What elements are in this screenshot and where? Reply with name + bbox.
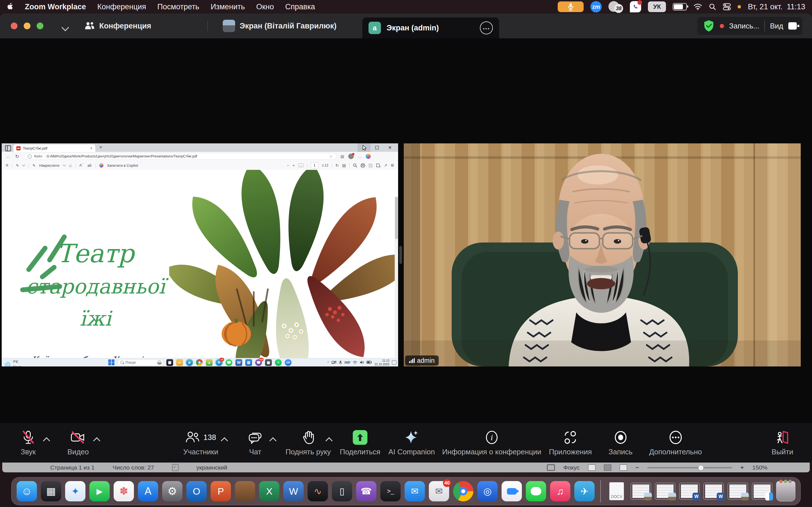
- taskbar-zoom-icon[interactable]: zm: [285, 359, 292, 366]
- word-web-layout-icon[interactable]: [620, 464, 627, 471]
- audio-button[interactable]: Звук: [20, 424, 36, 462]
- menubar-menu-item[interactable]: Окно: [256, 3, 274, 11]
- tray-camera-off-icon[interactable]: [332, 360, 336, 364]
- taskbar-whatsapp-icon[interactable]: ☎: [225, 359, 232, 366]
- dock-terminal[interactable]: >_: [380, 481, 401, 501]
- audio-options-chevron[interactable]: [43, 437, 50, 444]
- taskbar-taskbar-search[interactable]: Пошук: [117, 359, 163, 365]
- dock-window-thumb[interactable]: W: [679, 483, 700, 500]
- taskbar-file-explorer-icon[interactable]: ▭: [176, 359, 183, 366]
- fullscreen-window-button[interactable]: [37, 22, 43, 29]
- dock-brown-app[interactable]: [235, 481, 255, 501]
- dock-window-thumb[interactable]: [655, 483, 675, 500]
- menubar-menu-item[interactable]: Конференция: [97, 3, 146, 11]
- browser-restore-button[interactable]: [370, 144, 384, 152]
- copilot-icon[interactable]: [366, 154, 371, 159]
- dock-zoom[interactable]: [502, 481, 522, 501]
- menubar-menu-item[interactable]: Справка: [285, 3, 315, 11]
- tray-speaker-icon[interactable]: [360, 360, 364, 364]
- word-zoom-out[interactable]: −: [636, 464, 639, 471]
- taskbar-google-drive-icon[interactable]: ▲: [206, 359, 213, 366]
- dock-window-thumb[interactable]: W: [703, 483, 724, 500]
- browser-tab[interactable]: ТеатрСтЇжі.pdf ×: [13, 145, 95, 152]
- tray-clock[interactable]: 11:1321.10.2025: [374, 359, 389, 366]
- favorites-star-icon[interactable]: ☆: [329, 154, 333, 159]
- ask-copilot-label[interactable]: Запитати в Copilot: [107, 163, 138, 168]
- ai-companion-button[interactable]: AI Companion: [389, 424, 435, 462]
- dock-messages[interactable]: [526, 481, 546, 501]
- tray-notifications-icon[interactable]: [392, 360, 396, 365]
- dock-outlook[interactable]: O: [186, 481, 207, 501]
- dock-music[interactable]: ♫: [550, 481, 570, 501]
- word-page-info[interactable]: Страница 1 из 1: [50, 464, 94, 471]
- dock-window-thumb[interactable]: [631, 483, 651, 500]
- pdf-toc-icon[interactable]: ≡: [6, 163, 8, 168]
- highlight-icon[interactable]: ✎: [16, 163, 19, 168]
- dock-finder[interactable]: ☺: [17, 481, 37, 501]
- dock-system-settings[interactable]: ⚙: [162, 481, 183, 501]
- view-button-label[interactable]: Вид: [770, 22, 783, 31]
- taskbar-telegram-icon[interactable]: ✈14: [216, 359, 222, 366]
- menubar-menu-item[interactable]: Изменить: [211, 3, 245, 11]
- word-read-mode-icon[interactable]: [588, 464, 596, 471]
- word-language[interactable]: украинский: [197, 464, 227, 471]
- record-button[interactable]: Запись: [608, 424, 632, 462]
- dock-window-thumb[interactable]: [728, 483, 748, 500]
- raise-hand-button[interactable]: Поднять руку: [286, 424, 331, 462]
- draw-label[interactable]: Накреслити: [39, 163, 59, 168]
- dock-safari[interactable]: ✦: [65, 481, 86, 501]
- pdf-search-icon[interactable]: [353, 163, 357, 168]
- word-zoom-level[interactable]: 150%: [752, 464, 767, 471]
- browser-back-icon[interactable]: ←: [6, 154, 11, 159]
- taskbar-word-icon[interactable]: W: [236, 359, 242, 366]
- taskbar-viber-icon[interactable]: ☎133: [255, 359, 262, 366]
- browser-profile-avatar[interactable]: [348, 154, 354, 159]
- dock-blue-app[interactable]: ◎: [477, 481, 498, 501]
- shared-screen[interactable]: ТеатрСтЇжі.pdf × + — ✕ ← ↻ i Файл: [2, 144, 398, 367]
- dock-app-store[interactable]: A: [138, 481, 158, 501]
- fit-width-icon[interactable]: ↔: [298, 163, 304, 167]
- mic-in-use-indicator[interactable]: [558, 1, 583, 12]
- draw-pen-icon[interactable]: ✎: [33, 163, 36, 168]
- dock-facetime[interactable]: ▶: [89, 481, 110, 501]
- page-number-field[interactable]: 1: [311, 162, 319, 168]
- recording-label[interactable]: Запись...: [729, 22, 759, 31]
- video-options-chevron[interactable]: [93, 437, 100, 444]
- menubar-app-name[interactable]: Zoom Workplace: [25, 3, 86, 11]
- taskbar-trello-icon[interactable]: ▥: [245, 359, 252, 366]
- panel-resize-handle[interactable]: [399, 246, 402, 264]
- control-center-icon[interactable]: [723, 3, 731, 10]
- close-window-button[interactable]: [11, 22, 17, 29]
- minimize-window-button[interactable]: [24, 22, 31, 29]
- dock-photos[interactable]: ✽: [114, 481, 134, 501]
- dock-docx-stack[interactable]: DOCX: [606, 481, 627, 501]
- dock-trash[interactable]: [776, 481, 795, 501]
- menubar-menu-item[interactable]: Посмотреть: [157, 3, 199, 11]
- taskbar-spotify-icon[interactable]: ≡: [275, 359, 282, 366]
- highlight-chevron-icon[interactable]: [22, 163, 26, 166]
- taskbar-chrome-icon[interactable]: [196, 359, 203, 366]
- eraser-icon[interactable]: ◇: [69, 163, 72, 168]
- pdf-scrollbar-thumb[interactable]: [395, 197, 398, 239]
- browser-reload-icon[interactable]: ↻: [15, 154, 19, 159]
- taskbar-start-button[interactable]: [108, 359, 114, 365]
- meeting-info-button[interactable]: i Информация о конференции: [442, 424, 541, 462]
- read-aloud-icon[interactable]: A⌃: [80, 163, 84, 167]
- url-field[interactable]: i Файл G:/Мій%20диск/Work/Products/Центр…: [24, 153, 336, 160]
- tray-wifi-icon[interactable]: [353, 361, 357, 364]
- tab-screen-admin[interactable]: a Экран (admin) …: [362, 17, 499, 38]
- site-info-icon[interactable]: i: [28, 154, 32, 159]
- dock-window-thumb[interactable]: [752, 483, 772, 500]
- taskbar-edge-icon[interactable]: e: [186, 359, 193, 366]
- rotate-icon[interactable]: ↻: [336, 163, 339, 168]
- badge-38-icon[interactable]: 38: [608, 1, 623, 13]
- dock-telegram[interactable]: ✈: [574, 481, 595, 501]
- dock-viber[interactable]: ☎: [356, 481, 376, 501]
- video-button[interactable]: Видео: [67, 424, 89, 462]
- zoom-in-icon[interactable]: +: [292, 163, 295, 168]
- chat-options-chevron[interactable]: [269, 437, 276, 444]
- dock-excel[interactable]: X: [259, 481, 280, 501]
- expand-icon[interactable]: ↗: [384, 163, 388, 168]
- word-proofing-icon[interactable]: [172, 464, 179, 471]
- translate-label[interactable]: аб: [87, 163, 92, 168]
